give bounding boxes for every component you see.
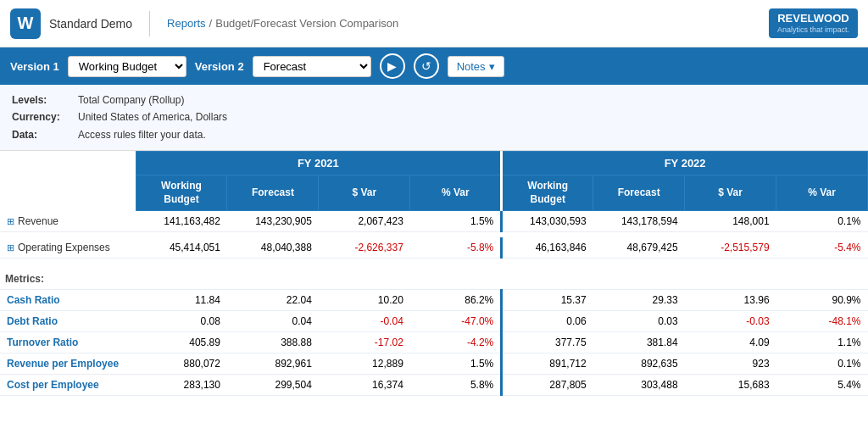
breadcrumb-separator: / [209, 17, 213, 30]
num-cell: -0.03 [685, 311, 776, 332]
col-header-pv2: % Var [776, 175, 868, 211]
num-cell: -17.02 [319, 332, 410, 353]
num-cell: 1.5% [410, 211, 502, 232]
comparison-table: FY 2021 FY 2022 WorkingBudget Forecast $… [0, 151, 868, 396]
fy-header-row: FY 2021 FY 2022 [0, 152, 868, 175]
num-cell: 892,961 [227, 353, 319, 375]
empty-header-fy [0, 152, 136, 175]
num-cell: 143,178,594 [593, 211, 685, 232]
version1-label: Version 1 [10, 60, 59, 73]
num-cell: 388.88 [227, 332, 319, 353]
table-row: ⊞Revenue141,163,482143,230,9052,067,4231… [0, 211, 868, 232]
info-bar: Levels: Total Company (Rollup) Currency:… [0, 85, 868, 151]
currency-value: United States of America, Dollars [78, 108, 227, 125]
table-row: Revenue per Employee880,072892,96112,889… [0, 353, 868, 375]
notes-button[interactable]: Notes ▾ [448, 56, 504, 77]
row-label: ⊞Operating Expenses [0, 237, 136, 259]
num-cell: 0.08 [136, 311, 227, 332]
num-cell: 148,001 [685, 211, 776, 232]
num-cell: -48.1% [776, 311, 868, 332]
empty-col-header [0, 175, 136, 211]
num-cell: 0.1% [776, 353, 868, 375]
data-label: Data: [12, 126, 71, 143]
table-container: FY 2021 FY 2022 WorkingBudget Forecast $… [0, 151, 868, 434]
col-header-pv1: % Var [410, 175, 502, 211]
toolbar: Version 1 Working Budget Version 2 Forec… [0, 47, 868, 85]
breadcrumb-page: Budget/Forecast Version Comparison [215, 17, 398, 30]
row-label[interactable]: Debt Ratio [0, 311, 136, 332]
row-label[interactable]: Revenue per Employee [0, 353, 136, 375]
num-cell: 90.9% [776, 290, 868, 311]
num-cell: 143,230,905 [227, 211, 319, 232]
num-cell: 5.8% [410, 375, 502, 396]
row-label[interactable]: Turnover Ratio [0, 332, 136, 353]
fy2022-header: FY 2022 [502, 152, 868, 175]
play-button[interactable]: ▶ [380, 53, 405, 79]
num-cell: 299,504 [227, 375, 319, 396]
num-cell: 0.03 [593, 311, 685, 332]
revelwood-tagline: Analytics that impact. [777, 25, 849, 35]
num-cell: 892,635 [593, 353, 685, 375]
table-row: Cash Ratio11.8422.0410.2086.2%15.3729.33… [0, 290, 868, 311]
table-row: ⊞Operating Expenses45,414,05148,040,388-… [0, 237, 868, 259]
table-row: Cost per Employee283,130299,50416,3745.8… [0, 375, 868, 396]
levels-label: Levels: [12, 92, 71, 108]
metrics-header-label: Metrics: [0, 263, 868, 290]
num-cell: -4.2% [410, 332, 502, 353]
version2-label: Version 2 [195, 60, 244, 73]
table-row: Debt Ratio0.080.04-0.04-47.0%0.060.03-0.… [0, 311, 868, 332]
col-header-f1: Forecast [227, 175, 319, 211]
info-levels-row: Levels: Total Company (Rollup) [12, 92, 856, 108]
num-cell: 12,889 [319, 353, 410, 375]
expand-icon[interactable]: ⊞ [7, 242, 14, 253]
num-cell: -5.4% [776, 237, 868, 259]
num-cell: 2,067,423 [319, 211, 410, 232]
col-header-wb1: WorkingBudget [136, 175, 227, 211]
currency-label: Currency: [12, 108, 71, 125]
num-cell: 11.84 [136, 290, 227, 311]
col-header-row: WorkingBudget Forecast $ Var % Var Worki… [0, 175, 868, 211]
num-cell: 48,040,388 [227, 237, 319, 259]
num-cell: 1.1% [776, 332, 868, 353]
table-row: Metrics: [0, 263, 868, 290]
num-cell: 1.5% [410, 353, 502, 375]
revelwood-logo: REVELWOOD Analytics that impact. [769, 8, 858, 37]
num-cell: -2,626,337 [319, 237, 410, 259]
num-cell: 880,072 [136, 353, 227, 375]
top-bar: W Standard Demo Reports / Budget/Forecas… [0, 0, 868, 47]
num-cell: 923 [685, 353, 776, 375]
notes-label: Notes [457, 60, 486, 73]
breadcrumb-reports[interactable]: Reports [167, 17, 206, 30]
col-header-f2: Forecast [593, 175, 685, 211]
num-cell: 287,805 [502, 375, 593, 396]
revelwood-name: REVELWOOD [777, 12, 849, 25]
num-cell: 29.33 [593, 290, 685, 311]
num-cell: 45,414,051 [136, 237, 227, 259]
num-cell: 0.1% [776, 211, 868, 232]
col-header-dv1: $ Var [319, 175, 410, 211]
num-cell: 377.75 [502, 332, 593, 353]
reset-button[interactable]: ↺ [414, 53, 439, 79]
info-currency-row: Currency: United States of America, Doll… [12, 108, 856, 125]
num-cell: 0.04 [227, 311, 319, 332]
logo-area: W Standard Demo Reports / Budget/Forecas… [10, 8, 398, 39]
num-cell: 22.04 [227, 290, 319, 311]
version2-select[interactable]: Forecast [253, 56, 371, 77]
num-cell: 86.2% [410, 290, 502, 311]
num-cell: 10.20 [319, 290, 410, 311]
breadcrumb: Reports / Budget/Forecast Version Compar… [167, 17, 398, 30]
num-cell: 303,488 [593, 375, 685, 396]
num-cell: 381.84 [593, 332, 685, 353]
levels-value: Total Company (Rollup) [78, 92, 184, 108]
expand-icon[interactable]: ⊞ [7, 216, 14, 226]
table-body: ⊞Revenue141,163,482143,230,9052,067,4231… [0, 211, 868, 396]
version1-select[interactable]: Working Budget [68, 56, 186, 77]
row-label[interactable]: Cost per Employee [0, 375, 136, 396]
num-cell: 143,030,593 [502, 211, 593, 232]
num-cell: 141,163,482 [136, 211, 227, 232]
row-label[interactable]: Cash Ratio [0, 290, 136, 311]
table-row: Turnover Ratio405.89388.88-17.02-4.2%377… [0, 332, 868, 353]
app-name: Standard Demo [49, 17, 132, 31]
info-data-row: Data: Access rules filter your data. [12, 126, 856, 143]
num-cell: 891,712 [502, 353, 593, 375]
